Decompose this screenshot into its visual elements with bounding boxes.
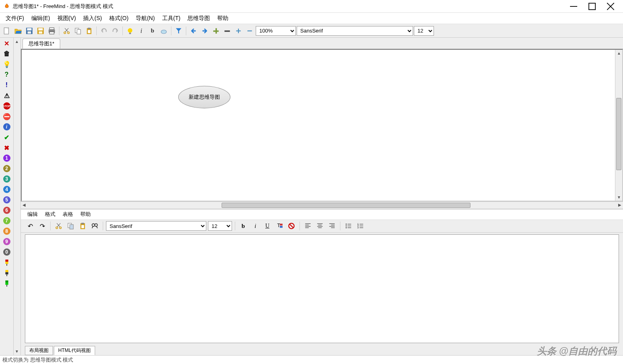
priority-2-icon[interactable]: 2	[3, 165, 11, 173]
open-file-icon[interactable]	[13, 26, 23, 36]
arrow-left-icon[interactable]	[188, 26, 199, 36]
editor-copy-icon[interactable]	[65, 221, 76, 231]
editor-undo-icon[interactable]: ↶	[25, 221, 35, 231]
priority-9-icon[interactable]: 9	[3, 238, 11, 246]
menu-insert[interactable]: 插入(S)	[80, 14, 105, 23]
filter-icon[interactable]	[173, 26, 184, 36]
editor-paste-icon[interactable]	[77, 221, 88, 231]
flag-yellow-icon[interactable]	[3, 269, 11, 277]
svg-rect-31	[247, 30, 252, 31]
warning-icon[interactable]: ⚠	[3, 92, 11, 100]
editor-pane: 编辑 格式 表格 帮助 ↶ ↷ SansSerif 12 b i U	[21, 209, 623, 355]
remove-small-icon[interactable]	[244, 26, 255, 36]
important-icon[interactable]: !	[3, 81, 11, 89]
align-left-icon[interactable]	[303, 221, 313, 231]
priority-0-icon[interactable]: 0	[3, 248, 11, 256]
number-list-icon[interactable]: 123	[355, 221, 366, 231]
canvas-hscrollbar[interactable]	[21, 201, 623, 209]
undo-icon[interactable]	[99, 26, 109, 36]
maximize-button[interactable]	[583, 0, 601, 12]
editor-textarea[interactable]	[25, 234, 619, 343]
editor-menu-format[interactable]: 格式	[43, 210, 58, 219]
save-as-icon[interactable]	[35, 26, 46, 36]
font-combo[interactable]: SansSerif	[297, 26, 413, 36]
remove-node-icon[interactable]	[222, 26, 232, 36]
add-node-icon[interactable]	[211, 26, 221, 36]
editor-font-combo[interactable]: SansSerif	[106, 221, 206, 231]
priority-1-icon[interactable]: 1	[3, 154, 11, 162]
sidebar-scrollbar[interactable]	[14, 38, 21, 355]
editor-size-combo[interactable]: 12	[208, 221, 232, 231]
editor-menu-edit[interactable]: 编辑	[25, 210, 40, 219]
align-center-icon[interactable]	[315, 221, 325, 231]
priority-8-icon[interactable]: 8	[3, 227, 11, 235]
close-button[interactable]	[601, 0, 620, 12]
editor-tab-html[interactable]: HTML代码视图	[54, 346, 95, 355]
priority-3-icon[interactable]: 3	[3, 175, 11, 183]
menu-view[interactable]: 视图(V)	[54, 14, 79, 23]
separator	[122, 26, 123, 35]
svg-rect-10	[39, 31, 43, 34]
ok-icon[interactable]: ✔	[3, 133, 11, 141]
forbid-icon[interactable]: ⛔	[3, 112, 11, 120]
doc-tab-1[interactable]: 思维导图1*	[22, 39, 60, 49]
info-icon[interactable]: i	[3, 123, 11, 131]
cut-icon[interactable]	[61, 26, 72, 36]
trash-icon[interactable]: 🗑	[3, 50, 11, 58]
editor-clearformat-icon[interactable]	[286, 221, 297, 231]
priority-5-icon[interactable]: 5	[3, 196, 11, 204]
fontsize-combo[interactable]: 12	[414, 26, 434, 36]
flag-green-icon[interactable]	[3, 279, 11, 287]
svg-point-74	[346, 226, 347, 227]
new-file-icon[interactable]	[2, 26, 12, 36]
svg-line-54	[97, 226, 98, 228]
idea-icon[interactable]	[125, 26, 135, 36]
flag-red-icon[interactable]	[3, 258, 11, 266]
italic-icon[interactable]: i	[136, 26, 147, 36]
editor-cut-icon[interactable]	[53, 221, 64, 231]
copy-icon[interactable]	[73, 26, 83, 36]
save-icon[interactable]	[24, 26, 35, 36]
svg-rect-40	[6, 285, 7, 287]
editor-fontcolor-icon[interactable]: T	[274, 221, 285, 231]
svg-point-51	[95, 224, 98, 226]
editor-tab-layout[interactable]: 布局视图	[25, 346, 53, 355]
zoom-combo[interactable]: 100%	[256, 26, 296, 36]
help-icon[interactable]: ?	[3, 71, 11, 79]
editor-find-icon[interactable]	[90, 221, 100, 231]
menu-mindmap[interactable]: 思维导图	[184, 14, 213, 23]
bold-icon[interactable]: b	[147, 26, 158, 36]
cancel-icon[interactable]: ✖	[3, 144, 11, 152]
menu-format[interactable]: 格式(O)	[106, 14, 132, 23]
paste-icon[interactable]	[84, 26, 94, 36]
arrow-right-icon[interactable]	[200, 26, 210, 36]
minimize-button[interactable]	[564, 0, 583, 12]
priority-7-icon[interactable]: 7	[3, 217, 11, 225]
menu-help[interactable]: 帮助	[214, 14, 232, 23]
print-icon[interactable]	[47, 26, 57, 36]
editor-menu-help[interactable]: 帮助	[78, 210, 93, 219]
canvas-vscrollbar[interactable]	[615, 50, 622, 201]
cloud-icon[interactable]	[159, 26, 169, 36]
bulb-icon[interactable]: 💡	[3, 60, 11, 68]
align-right-icon[interactable]	[327, 221, 337, 231]
editor-underline-icon[interactable]: U	[262, 221, 273, 231]
priority-4-icon[interactable]: 4	[3, 185, 11, 193]
svg-line-16	[65, 28, 69, 32]
menu-edit[interactable]: 编辑(E)	[28, 14, 53, 23]
menu-file[interactable]: 文件(F)	[2, 14, 27, 23]
mindmap-canvas[interactable]: 新建思维导图	[22, 50, 615, 201]
redo-icon[interactable]	[110, 26, 120, 36]
editor-italic-icon[interactable]: i	[250, 221, 261, 231]
bullet-list-icon[interactable]	[343, 221, 354, 231]
stop-icon[interactable]: STOP	[3, 102, 11, 110]
editor-bold-icon[interactable]: b	[238, 221, 248, 231]
editor-menu-table[interactable]: 表格	[60, 210, 75, 219]
menu-tools[interactable]: 工具(T)	[159, 14, 184, 23]
menu-navigate[interactable]: 导航(N)	[132, 14, 158, 23]
add-small-icon[interactable]	[233, 26, 244, 36]
editor-redo-icon[interactable]: ↷	[37, 221, 47, 231]
priority-6-icon[interactable]: 6	[3, 206, 11, 214]
root-node[interactable]: 新建思维导图	[178, 86, 230, 108]
delete-icon[interactable]: ✕	[3, 39, 11, 47]
